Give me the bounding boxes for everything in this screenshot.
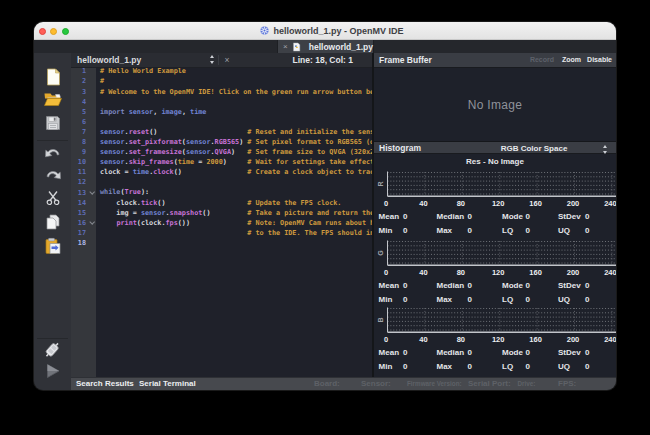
stat-label-lq: LQ xyxy=(502,224,513,238)
no-image-placeholder: No Image xyxy=(374,98,616,112)
frame-buffer-view: No Image xyxy=(374,68,616,141)
svg-text:B: B xyxy=(377,317,384,322)
axis-tick-label: 0 xyxy=(384,266,388,279)
copy-button[interactable] xyxy=(45,214,60,234)
code-line: # to the IDE. The FPS should increase on… xyxy=(100,228,372,238)
line-number: 9 xyxy=(71,147,86,157)
code-line: img = sensor.snapshot() # Take a picture… xyxy=(100,208,372,218)
svg-text:R: R xyxy=(377,181,384,186)
line-number: 12 xyxy=(71,177,86,187)
new-file-button[interactable] xyxy=(45,68,60,90)
undo-button[interactable] xyxy=(44,146,62,164)
color-space-dropdown-arrows-icon xyxy=(602,145,609,154)
frame-buffer-actions: RecordZoomDisable xyxy=(374,53,616,67)
zoom-button[interactable]: Zoom xyxy=(562,53,581,67)
document-dropdown-arrows-icon[interactable] xyxy=(209,55,216,64)
line-number: 13 xyxy=(71,188,86,198)
code-line: clock = time.clock() # Create a clock ob… xyxy=(100,167,372,177)
stat-label-median: Median xyxy=(437,279,465,293)
sidebar-separator xyxy=(37,140,68,141)
disable-button[interactable]: Disable xyxy=(587,53,612,67)
code-editor[interactable]: 123456789101112131415161718 # Hello Worl… xyxy=(71,68,372,377)
frame-buffer-panel: Frame Buffer RecordZoomDisable No Image … xyxy=(374,53,616,377)
stat-label-mode: Mode xyxy=(502,210,523,224)
editor-column: helloworld_1.py × Line: 18, Col: 1 12345… xyxy=(71,53,372,377)
redo-button[interactable] xyxy=(44,168,62,186)
axis-tick-label: 240 xyxy=(604,197,616,210)
histogram-plot-G: G xyxy=(374,240,616,266)
editor-close-button[interactable]: × xyxy=(222,53,232,68)
stat-label-uq: UQ xyxy=(558,224,570,238)
line-number: 17 xyxy=(71,228,86,238)
undo-icon xyxy=(44,147,62,160)
stat-label-max: Max xyxy=(437,293,453,307)
code-line xyxy=(100,177,372,187)
fold-chevron-icon[interactable] xyxy=(90,220,95,225)
line-number: 8 xyxy=(71,137,86,147)
right-of-sidebar: helloworld_1.py × Line: 18, Col: 1 12345… xyxy=(71,53,616,390)
status-firmware-version-: Firmware Version: xyxy=(407,378,462,390)
tab-helloworld-1-py[interactable]: × helloworld_1.py xyxy=(277,40,374,53)
axis-tick-label: 160 xyxy=(529,333,542,346)
stat-label-median: Median xyxy=(437,346,465,360)
run-button[interactable] xyxy=(45,363,60,383)
open-file-icon xyxy=(43,92,62,107)
line-column-indicator: Line: 18, Col: 1 xyxy=(293,53,353,68)
code-line: sensor.set_framesize(sensor.QVGA) # Set … xyxy=(100,147,372,157)
sidebar-separator xyxy=(37,338,68,339)
histogram-plot-B: B xyxy=(374,307,616,333)
axis-tick-label: 40 xyxy=(419,333,427,346)
stat-value-min: 0 xyxy=(403,293,407,307)
window-title: helloworld_1.py - OpenMV IDE xyxy=(273,26,403,36)
editor-and-panel-split: helloworld_1.py × Line: 18, Col: 1 12345… xyxy=(71,53,616,377)
histogram-stats-row: Min0Max0LQ0UQ0 xyxy=(374,224,616,238)
histogram-axis-R: 04080120160200240 xyxy=(374,197,616,210)
cut-icon xyxy=(46,191,60,206)
serial-terminal-button[interactable]: Serial Terminal xyxy=(139,378,196,390)
tab-label: helloworld_1.py xyxy=(309,42,373,52)
line-number: 11 xyxy=(71,167,86,177)
fold-chevron-icon[interactable] xyxy=(90,190,95,195)
stat-value-mode: 0 xyxy=(526,279,530,293)
open-file-button[interactable] xyxy=(43,92,62,111)
stat-label-mean: Mean xyxy=(379,210,399,224)
code-line: import sensor, image, time xyxy=(100,107,372,117)
connect-button[interactable] xyxy=(43,341,62,364)
stat-value-mean: 0 xyxy=(403,346,407,360)
cut-button[interactable] xyxy=(46,191,60,210)
line-number: 3 xyxy=(71,87,86,97)
search-results-button[interactable]: Search Results xyxy=(76,378,134,390)
stat-value-lq: 0 xyxy=(526,293,530,307)
stat-value-max: 0 xyxy=(468,224,472,238)
stat-value-mode: 0 xyxy=(526,346,530,360)
code-line: # xyxy=(100,76,372,86)
stat-value-max: 0 xyxy=(468,360,472,374)
stat-value-median: 0 xyxy=(468,210,472,224)
axis-tick-label: 240 xyxy=(604,333,616,346)
open-documents-tab-bar: × helloworld_1.py xyxy=(34,40,616,53)
record-button: Record xyxy=(530,53,554,67)
stat-value-stdev: 0 xyxy=(585,346,589,360)
save-button[interactable] xyxy=(45,116,60,135)
paste-button[interactable] xyxy=(45,238,61,259)
app-window: helloworld_1.py - OpenMV IDE × helloworl… xyxy=(34,22,616,390)
histogram-header: Histogram RGB Color Space xyxy=(374,141,616,154)
status-bar: Search ResultsSerial TerminalBoard:Senso… xyxy=(71,377,616,390)
status-serial-port-: Serial Port: xyxy=(468,378,511,390)
line-number: 1 xyxy=(71,68,86,76)
code-line xyxy=(100,97,372,107)
histogram-block-G: G04080120160200240Mean0Median0Mode0StDev… xyxy=(374,240,616,307)
status-sensor-: Sensor: xyxy=(361,378,391,390)
stat-label-mode: Mode xyxy=(502,279,523,293)
line-number: 7 xyxy=(71,127,86,137)
tab-close-icon[interactable]: × xyxy=(282,43,288,50)
histogram-axis-B: 04080120160200240 xyxy=(374,333,616,346)
code-text: # Hello World Example## Welcome to the O… xyxy=(100,68,372,377)
stat-label-mode: Mode xyxy=(502,346,523,360)
code-line: sensor.skip_frames(time = 2000) # Wait f… xyxy=(100,157,372,167)
document-dropdown[interactable]: helloworld_1.py xyxy=(77,55,141,65)
stat-label-mean: Mean xyxy=(379,279,399,293)
axis-tick-label: 200 xyxy=(567,266,580,279)
toolbar-separator xyxy=(218,55,219,65)
stat-value-max: 0 xyxy=(468,293,472,307)
